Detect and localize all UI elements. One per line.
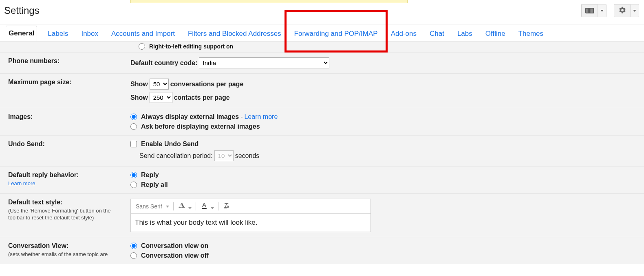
- text-color-button[interactable]: [200, 202, 214, 211]
- remove-formatting-icon: [223, 202, 231, 210]
- settings-button-group: [614, 4, 639, 17]
- reply-all-radio[interactable]: [130, 182, 137, 188]
- images-row: Images: Always display external images -…: [0, 108, 644, 136]
- chevron-down-icon: [188, 207, 192, 209]
- country-code-select[interactable]: India: [199, 57, 329, 68]
- phone-numbers-row: Phone numbers: Default country code: Ind…: [0, 53, 644, 74]
- text-style-label-wrap: Default text style: (Use the 'Remove For…: [0, 199, 130, 232]
- settings-gear-button[interactable]: [614, 4, 630, 17]
- gear-icon: [618, 6, 626, 15]
- conversations-per-page-select[interactable]: 50: [150, 79, 169, 90]
- conversation-on-radio[interactable]: [130, 243, 137, 249]
- country-code-label: Default country code:: [130, 59, 197, 67]
- reply-behavior-row: Default reply behavior: Learn more Reply…: [0, 166, 644, 194]
- settings-tabs: GeneralLabelsInboxAccounts and ImportFil…: [0, 24, 644, 42]
- reply-behavior-label-wrap: Default reply behavior: Learn more: [0, 171, 130, 188]
- images-always-radio[interactable]: [130, 114, 137, 120]
- chevron-down-icon: [211, 207, 214, 209]
- reply-learn-more-link[interactable]: Learn more: [8, 180, 35, 186]
- tab-inbox[interactable]: Inbox: [79, 26, 101, 41]
- reply-radio[interactable]: [130, 172, 137, 178]
- reply-behavior-label: Default reply behavior:: [8, 171, 79, 178]
- tab-themes[interactable]: Themes: [516, 26, 546, 41]
- images-ask-radio[interactable]: [130, 123, 137, 130]
- conversation-view-label-wrap: Conversation View: (sets whether emails …: [0, 242, 130, 259]
- text-style-row: Default text style: (Use the 'Remove For…: [0, 194, 644, 237]
- tab-labels[interactable]: Labels: [45, 26, 71, 41]
- keyboard-icon: [585, 8, 594, 13]
- separator: [173, 202, 174, 210]
- separator: [218, 202, 218, 210]
- tab-chat[interactable]: Chat: [427, 26, 447, 41]
- chevron-down-icon: [166, 206, 169, 208]
- conversation-off-label: Conversation view off: [141, 252, 209, 259]
- text-style-preview: This is what your body text will look li…: [131, 214, 371, 232]
- tab-offline[interactable]: Offline: [483, 26, 508, 41]
- conversation-view-hint-partial: (sets whether emails of the same topic a…: [8, 251, 122, 258]
- undo-send-row: Undo Send: Enable Undo Send Send cancell…: [0, 136, 644, 166]
- top-bar: Settings: [0, 0, 644, 24]
- images-learn-more-link[interactable]: Learn more: [244, 113, 278, 120]
- page-size-row: Maximum page size: Show 50 conversations…: [0, 74, 644, 108]
- conversation-on-label: Conversation view on: [141, 242, 208, 250]
- tab-accounts[interactable]: Accounts and Import: [109, 26, 177, 41]
- page-size-show-1: Show: [130, 81, 148, 88]
- tab-labs[interactable]: Labs: [455, 26, 475, 41]
- conversations-per-page-label: conversations per page: [170, 81, 244, 88]
- rtl-support-on-label: Right-to-left editing support on: [149, 43, 233, 50]
- phone-numbers-label: Phone numbers:: [0, 57, 130, 68]
- undo-send-label: Undo Send:: [0, 140, 130, 161]
- images-ask-label: Ask before displaying external images: [141, 123, 260, 130]
- text-size-icon: [178, 202, 186, 210]
- chevron-down-icon: [600, 10, 604, 12]
- conversation-view-label: Conversation View:: [8, 242, 68, 249]
- images-label: Images:: [0, 113, 130, 130]
- toolbar-right: [581, 4, 639, 17]
- rtl-support-on-radio[interactable]: [139, 43, 145, 50]
- contacts-per-page-select[interactable]: 250: [150, 92, 172, 103]
- settings-dropdown[interactable]: [630, 4, 639, 17]
- tab-addons[interactable]: Add-ons: [388, 26, 419, 41]
- reply-all-radio-label: Reply all: [141, 181, 168, 188]
- undo-send-period-select[interactable]: 10: [214, 150, 234, 161]
- page-size-show-2: Show: [130, 94, 148, 101]
- undo-send-checkbox-label: Enable Undo Send: [141, 140, 198, 148]
- page-size-label: Maximum page size:: [0, 79, 130, 103]
- rtl-support-row-partial: Right-to-left editing support on: [0, 42, 644, 53]
- separator: [196, 202, 196, 210]
- tab-filters[interactable]: Filters and Blocked Addresses: [185, 26, 284, 41]
- undo-send-checkbox[interactable]: [130, 141, 137, 147]
- settings-body: Right-to-left editing support on Phone n…: [0, 42, 644, 264]
- input-tools-button-group: [581, 4, 607, 17]
- remove-formatting-button[interactable]: [223, 202, 231, 211]
- text-style-editor: Sans Serif: [130, 199, 371, 232]
- conversation-off-radio[interactable]: [130, 252, 137, 259]
- undo-send-period-label: Send cancellation period:: [139, 152, 213, 160]
- tab-forwarding[interactable]: Forwarding and POP/IMAP: [292, 26, 380, 41]
- text-color-icon: [200, 202, 208, 210]
- text-style-font-name: Sans Serif: [136, 203, 162, 210]
- text-style-toolbar: Sans Serif: [131, 199, 371, 214]
- input-tools-button[interactable]: [581, 4, 598, 17]
- chevron-down-icon: [633, 10, 636, 12]
- contacts-per-page-label: contacts per page: [174, 94, 230, 101]
- tab-general[interactable]: General: [6, 26, 37, 41]
- text-style-hint: (Use the 'Remove Formatting' button on t…: [8, 208, 122, 221]
- notification-bar-remnant: [130, 0, 408, 3]
- reply-radio-label: Reply: [141, 171, 159, 179]
- undo-send-seconds-label: seconds: [235, 152, 260, 160]
- text-size-button[interactable]: [178, 202, 192, 211]
- text-style-label: Default text style:: [8, 199, 62, 206]
- page-title: Settings: [4, 5, 40, 16]
- images-always-label: Always display external images: [141, 113, 239, 120]
- input-tools-dropdown[interactable]: [598, 4, 607, 17]
- text-style-font-picker[interactable]: Sans Serif: [136, 203, 169, 210]
- images-dash: -: [240, 113, 243, 120]
- conversation-view-row: Conversation View: (sets whether emails …: [0, 237, 644, 264]
